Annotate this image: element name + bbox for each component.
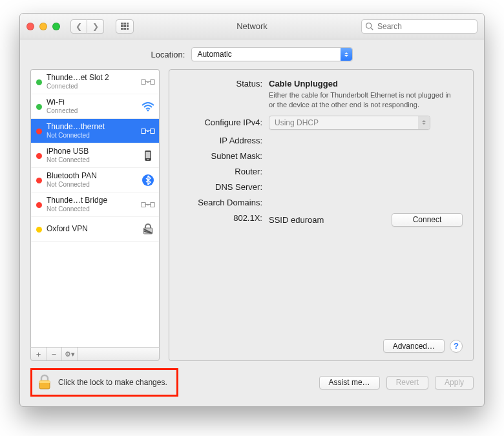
status-value: Cable Unplugged <box>269 79 463 88</box>
status-dot <box>36 178 42 183</box>
interface-name: Thunde…t Bridge <box>47 196 136 205</box>
assist-me-button[interactable]: Assist me… <box>319 376 380 389</box>
revert-button[interactable]: Revert <box>386 376 428 389</box>
interface-status: Not Connected <box>47 205 136 213</box>
configure-ipv4-value: Using DHCP <box>275 118 319 127</box>
interface-status: Not Connected <box>47 181 136 188</box>
sidebar-item-0[interactable]: Thunde…et Slot 2Connected••• <box>31 70 159 94</box>
search-input[interactable] <box>361 19 478 34</box>
interface-name: Wi-Fi <box>47 98 136 107</box>
connection-icon: ••• <box>141 125 155 137</box>
interface-name: Thunde…thernet <box>47 123 136 131</box>
titlebar: ❮ ❯ Network <box>20 14 484 39</box>
svg-point-5 <box>147 159 149 160</box>
status-dot <box>36 79 42 85</box>
location-label: Location: <box>151 50 185 59</box>
bluetooth-icon <box>141 174 155 186</box>
interface-details-panel: Status: Cable Unplugged Either the cable… <box>169 69 474 361</box>
subnet-mask-label: Subnet Mask: <box>180 151 269 161</box>
svg-rect-4 <box>146 152 151 158</box>
interface-name: Thunde…et Slot 2 <box>47 74 136 82</box>
interface-name: Oxford VPN <box>47 225 136 233</box>
interface-status: Not Connected <box>47 132 136 139</box>
back-button[interactable]: ❮ <box>70 19 87 34</box>
advanced-button[interactable]: Advanced… <box>383 339 445 353</box>
search-domains-label: Search Domains: <box>180 198 269 207</box>
lock-text: Click the lock to make changes. <box>58 378 167 387</box>
8021x-label: 802.1X: <box>180 213 269 227</box>
zoom-window-button[interactable] <box>52 23 60 30</box>
svg-point-2 <box>147 109 149 111</box>
sidebar-item-1[interactable]: Wi-FiConnected <box>31 94 159 119</box>
status-dot <box>36 153 42 159</box>
location-select[interactable]: Automatic <box>191 47 353 61</box>
interface-status: Not Connected <box>47 156 136 163</box>
svg-point-0 <box>366 23 372 28</box>
status-dot <box>36 227 42 233</box>
router-label: Router: <box>180 167 269 176</box>
apply-button[interactable]: Apply <box>435 376 474 389</box>
ip-address-label: IP Address: <box>180 136 269 145</box>
status-dot <box>36 129 42 134</box>
lock-callout: Click the lock to make changes. <box>30 368 178 397</box>
interfaces-sidebar: Thunde…et Slot 2Connected•••Wi-FiConnect… <box>30 69 160 361</box>
help-button[interactable]: ? <box>450 340 463 353</box>
svg-line-1 <box>371 27 373 29</box>
connect-button[interactable]: Connect <box>392 213 463 227</box>
phone-icon <box>141 150 155 161</box>
svg-rect-11 <box>39 380 50 383</box>
lock-icon[interactable] <box>37 374 52 391</box>
configure-ipv4-label: Configure IPv4: <box>180 118 269 127</box>
nav-back-forward: ❮ ❯ <box>70 19 104 34</box>
footer: Click the lock to make changes. Assist m… <box>20 368 484 406</box>
sidebar-item-6[interactable]: Oxford VPN <box>31 217 159 242</box>
chevron-updown-icon <box>418 116 430 129</box>
grid-icon <box>121 23 129 30</box>
lock-icon <box>141 223 155 235</box>
forward-button[interactable]: ❯ <box>87 19 104 34</box>
interface-name: iPhone USB <box>47 147 136 156</box>
sidebar-item-5[interactable]: Thunde…t BridgeNot Connected••• <box>31 192 159 217</box>
status-dot <box>36 202 42 208</box>
status-label: Status: <box>180 79 269 110</box>
location-row: Location: Automatic <box>20 39 484 69</box>
connection-icon: ••• <box>141 76 155 88</box>
search-icon <box>365 22 373 30</box>
interface-status: Connected <box>47 83 136 90</box>
sidebar-item-2[interactable]: Thunde…thernetNot Connected••• <box>31 119 159 143</box>
sidebar-tools: + − ⚙︎▾ <box>30 347 160 361</box>
dns-server-label: DNS Server: <box>180 182 269 192</box>
sidebar-item-4[interactable]: Bluetooth PANNot Connected <box>31 168 159 192</box>
wifi-icon <box>141 101 155 112</box>
status-description: Either the cable for Thunderbolt Etherne… <box>269 90 456 110</box>
connection-icon: ••• <box>141 199 155 211</box>
network-preferences-window: ❮ ❯ Network Location: <box>19 13 485 407</box>
show-all-prefs-button[interactable] <box>116 19 134 34</box>
window-controls <box>26 23 60 30</box>
interface-actions-menu[interactable]: ⚙︎▾ <box>62 348 78 360</box>
configure-ipv4-select[interactable]: Using DHCP <box>269 116 430 130</box>
location-value: Automatic <box>197 50 231 59</box>
status-dot <box>36 104 42 110</box>
interface-status: Connected <box>47 107 136 114</box>
sidebar-item-3[interactable]: iPhone USBNot Connected <box>31 143 159 168</box>
interface-name: Bluetooth PAN <box>47 172 136 180</box>
chevron-updown-icon <box>341 48 352 61</box>
minimize-window-button[interactable] <box>39 23 47 30</box>
close-window-button[interactable] <box>26 23 34 30</box>
8021x-value: SSID eduroam <box>269 215 324 225</box>
remove-interface-button[interactable]: − <box>47 348 62 360</box>
add-interface-button[interactable]: + <box>31 348 47 360</box>
